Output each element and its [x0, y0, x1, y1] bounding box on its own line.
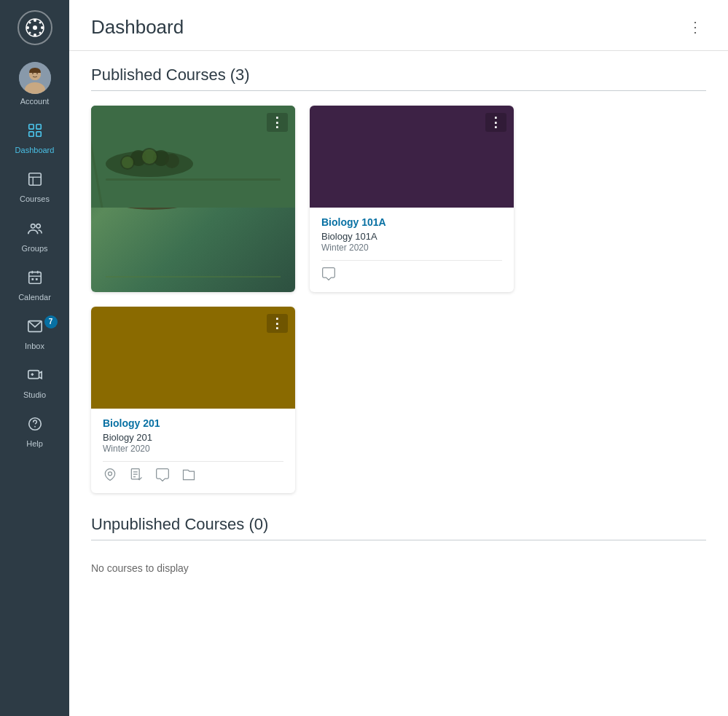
- sidebar-item-calendar[interactable]: Calendar: [2, 262, 68, 310]
- svg-point-44: [122, 157, 133, 168]
- help-icon: [27, 416, 43, 436]
- svg-point-3: [34, 34, 36, 36]
- svg-rect-30: [35, 278, 37, 280]
- course-card-bio101: ⋮ Biology 101 BIO 101 Winter 2020: [91, 106, 295, 292]
- page-title: Dashboard: [91, 16, 184, 39]
- course-subtitle-bio201: Biology 201: [103, 432, 283, 443]
- course-more-btn-bio101a[interactable]: ⋮: [485, 113, 506, 132]
- svg-point-5: [41, 26, 44, 29]
- svg-point-53: [109, 472, 112, 476]
- svg-point-9: [39, 31, 41, 34]
- groups-icon: [27, 221, 43, 241]
- svg-point-36: [34, 426, 36, 428]
- sidebar-item-groups[interactable]: Groups: [2, 213, 68, 261]
- app-logo[interactable]: [15, 7, 55, 47]
- course-body-bio201: Biology 201 Biology 201 Winter 2020: [91, 409, 295, 493]
- svg-rect-19: [36, 132, 40, 136]
- sidebar-item-dashboard[interactable]: Dashboard: [2, 115, 68, 162]
- courses-icon: [27, 171, 43, 192]
- avatar: [19, 62, 51, 94]
- course-term-bio101a: Winter 2020: [321, 243, 502, 253]
- main-content: Dashboard ⋮ Published Courses (3): [69, 0, 728, 716]
- svg-point-7: [39, 21, 41, 23]
- sidebar-item-help[interactable]: Help: [2, 409, 68, 456]
- svg-point-15: [36, 73, 38, 74]
- course-subtitle-bio101a: Biology 101A: [321, 231, 502, 242]
- course-image-bio201: ⋮: [91, 307, 295, 409]
- announcements-icon-bio201[interactable]: [103, 468, 117, 486]
- published-courses-grid: ⋮ Biology 101 BIO 101 Winter 2020: [91, 106, 706, 493]
- inbox-icon: [27, 318, 43, 339]
- course-card-bio201: ⋮ Biology 201 Biology 201 Winter 2020: [91, 307, 295, 493]
- course-actions-bio201: [103, 461, 283, 486]
- section-divider-unpublished: [91, 540, 706, 540]
- sidebar-item-account[interactable]: Account: [2, 55, 68, 114]
- sidebar-item-courses[interactable]: Courses: [2, 164, 68, 211]
- svg-point-23: [31, 224, 35, 228]
- discussions-icon-bio201[interactable]: [155, 468, 170, 486]
- course-term-bio201: Winter 2020: [103, 444, 283, 454]
- course-name-bio101a[interactable]: Biology 101A: [321, 216, 502, 228]
- svg-rect-25: [28, 272, 41, 283]
- dashboard-icon: [27, 122, 43, 143]
- sidebar-item-label-inbox: Inbox: [25, 342, 44, 351]
- sidebar-item-studio[interactable]: Studio: [2, 360, 68, 407]
- svg-point-4: [26, 26, 29, 29]
- sidebar-item-inbox[interactable]: 7 Inbox: [2, 311, 68, 358]
- course-image-bio101a: ⋮: [310, 106, 514, 208]
- svg-rect-29: [31, 278, 34, 280]
- published-section-title: Published Courses (3): [91, 66, 706, 84]
- course-card-bio101a: ⋮ Biology 101A Biology 101A Winter 2020: [310, 106, 514, 292]
- svg-rect-46: [106, 178, 281, 181]
- svg-rect-18: [28, 132, 33, 136]
- section-divider-published: [91, 90, 706, 91]
- svg-point-8: [28, 31, 31, 34]
- course-actions-bio101a: [321, 260, 502, 285]
- discussions-icon-bio101a[interactable]: [321, 267, 336, 285]
- svg-point-14: [32, 73, 34, 74]
- course-name-bio201[interactable]: Biology 201: [103, 417, 283, 429]
- svg-point-1: [33, 25, 37, 30]
- no-courses-message: No courses to display: [91, 555, 706, 581]
- course-more-btn-bio201[interactable]: ⋮: [267, 314, 288, 333]
- sidebar-item-label-calendar: Calendar: [18, 293, 51, 302]
- sidebar-item-label-dashboard: Dashboard: [15, 146, 55, 155]
- svg-point-45: [142, 149, 157, 164]
- sidebar-item-label-courses: Courses: [20, 194, 50, 204]
- files-icon-bio201[interactable]: [181, 468, 196, 486]
- svg-rect-20: [28, 173, 41, 186]
- assignments-icon-bio201[interactable]: [129, 468, 144, 486]
- content-area: Published Courses (3): [69, 51, 728, 596]
- calendar-icon: [27, 270, 43, 290]
- studio-icon: [27, 367, 43, 387]
- svg-point-6: [28, 21, 31, 23]
- sidebar-item-label-help: Help: [26, 439, 43, 449]
- svg-point-24: [36, 224, 40, 228]
- sidebar: Account Dashboard Courses: [0, 0, 69, 716]
- sidebar-item-label-account: Account: [20, 97, 50, 106]
- sidebar-item-label-studio: Studio: [23, 390, 46, 400]
- svg-rect-17: [36, 125, 40, 129]
- inbox-badge: 7: [44, 315, 58, 329]
- course-more-btn-bio101[interactable]: ⋮: [267, 113, 288, 132]
- sidebar-item-label-groups: Groups: [21, 244, 47, 253]
- page-header: Dashboard ⋮: [69, 0, 728, 51]
- svg-point-43: [165, 154, 179, 168]
- unpublished-section: Unpublished Courses (0) No courses to di…: [91, 515, 706, 581]
- unpublished-section-title: Unpublished Courses (0): [91, 515, 706, 534]
- course-body-bio101a: Biology 101A Biology 101A Winter 2020: [310, 208, 514, 292]
- svg-point-2: [34, 19, 36, 22]
- course-image-bio101: ⋮: [91, 106, 295, 292]
- more-options-icon[interactable]: ⋮: [684, 15, 706, 39]
- svg-rect-16: [28, 125, 33, 129]
